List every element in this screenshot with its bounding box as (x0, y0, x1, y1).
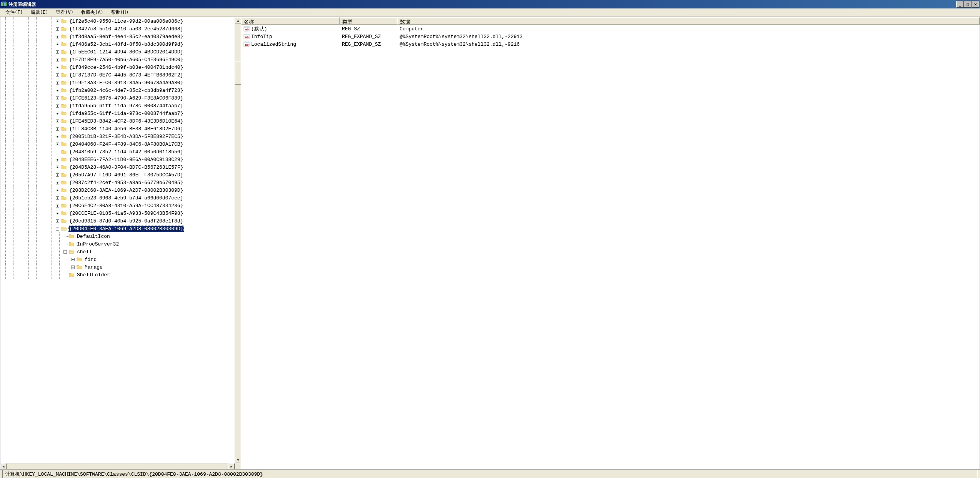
tree-item[interactable]: +{1fda955b-61ff-11da-978c-0008744faab7} (2, 102, 235, 110)
tree-item[interactable]: +Manage (2, 263, 235, 271)
tree-item[interactable]: +find (2, 256, 235, 263)
expand-button[interactable]: + (56, 104, 59, 108)
tree-item[interactable]: +{1FF84C3B-1140-4eb6-BE38-4BE618D2E7D6} (2, 125, 235, 133)
tree-item[interactable]: +{20b1cb23-6968-4eb9-b7d4-a66d00d07cee} (2, 194, 235, 202)
expand-button[interactable]: + (56, 27, 59, 31)
maximize-button[interactable]: □ (964, 1, 972, 8)
tree-item[interactable]: +{1FE45ED3-B842-4CF2-8DF6-43E3D6D10E64} (2, 117, 235, 125)
value-row[interactable]: LocalizedStringREG_EXPAND_SZ@%SystemRoot… (241, 40, 980, 48)
registry-tree[interactable]: +{1f2e5c40-9550-11ce-99d2-00aa006e086c}+… (0, 17, 235, 463)
tree-item[interactable]: +{20404060-F24F-4F89-84C6-8AF80B0A17CB} (2, 140, 235, 148)
tree-item[interactable]: +{1f3d8aa5-9ebf-4ee4-85c2-ea40379aede8} (2, 33, 235, 40)
expand-button[interactable]: + (56, 43, 59, 46)
expand-button[interactable]: + (56, 20, 59, 23)
scroll-down-button[interactable]: ▼ (235, 457, 241, 463)
tree-item[interactable]: +{20cd9315-87d0-40b4-b925-0a8f208e1f8d} (2, 217, 235, 225)
expand-button[interactable]: + (56, 66, 59, 69)
folder-icon (61, 65, 67, 70)
tree-item[interactable]: DefaultIcon (2, 232, 235, 240)
tree-item[interactable]: +{1FCE6123-B675-4790-A629-F3E8AC06F839} (2, 94, 235, 102)
tree-item-label: {208D2C60-3AEA-1069-A2D7-08002B30309D} (68, 187, 184, 194)
scroll-up-button[interactable]: ▲ (235, 17, 241, 23)
tree-item[interactable]: +{1fda955c-61ff-11da-978c-0008744faab7} (2, 110, 235, 117)
tree-item-label: {1FE45ED3-B842-4CF2-8DF6-43E3D6D10E64} (68, 118, 184, 124)
tree-item[interactable]: +{20CCEF1E-0185-41a5-A933-509C43B54F98} (2, 209, 235, 217)
tree-item[interactable]: +{20051D1B-321F-3E4D-A3DA-5FBE892F7EC5} (2, 133, 235, 140)
folder-icon (61, 157, 67, 162)
tree-item-label: Manage (84, 264, 103, 271)
tree-item-label: {2048EEE6-7FA2-11D0-9E6A-00A0C9138C29} (68, 156, 184, 163)
tree-item[interactable]: {204810b9-73b2-11d4-bf42-00b0d0118b56} (2, 148, 235, 156)
value-row[interactable]: InfoTipREG_EXPAND_SZ@%SystemRoot%\system… (241, 33, 980, 40)
scroll-right-button[interactable]: ▶ (228, 463, 235, 469)
tree-item-label: {1fb2a002-4c6c-4de7-85c2-cb8db9a4f728} (68, 87, 184, 94)
expand-button[interactable]: + (56, 89, 59, 92)
tree-item[interactable]: -{20D04FE0-3AEA-1069-A2D8-08002B30309D} (2, 225, 235, 232)
tree-item[interactable]: +{1F87137D-0E7C-44d5-8C73-4EFFB68962F2} (2, 71, 235, 79)
expand-button[interactable]: + (56, 127, 59, 131)
folder-icon (61, 172, 67, 178)
values-list[interactable]: (默认)REG_SZComputerInfoTipREG_EXPAND_SZ@%… (241, 25, 980, 469)
column-name[interactable]: 名称 (241, 17, 340, 25)
expand-button[interactable]: + (56, 219, 59, 223)
expand-button[interactable]: + (56, 166, 59, 169)
menu-favorites[interactable]: 收藏夹(A) (77, 8, 107, 17)
menu-file[interactable]: 文件(F) (2, 8, 27, 17)
expand-button[interactable]: + (56, 196, 59, 200)
tree-item[interactable]: +{1F9F18A3-EFC0-3913-84A5-90678A4A9A80} (2, 79, 235, 86)
scroll-thumb[interactable] (235, 61, 241, 85)
expand-button[interactable]: + (56, 158, 59, 161)
menu-edit[interactable]: 编辑(E) (27, 8, 52, 17)
collapse-button[interactable]: - (63, 250, 67, 254)
expand-button[interactable]: + (56, 173, 59, 177)
folder-icon (61, 180, 67, 185)
menu-help[interactable]: 帮助(H) (107, 8, 133, 17)
expand-button[interactable]: + (56, 120, 59, 123)
main-split: +{1f2e5c40-9550-11ce-99d2-00aa006e086c}+… (0, 17, 980, 470)
expand-button[interactable]: + (56, 143, 59, 146)
tree-item[interactable]: ShellFolder (2, 271, 235, 279)
expand-button[interactable]: + (56, 73, 59, 77)
expand-button[interactable]: + (56, 181, 59, 184)
tree-item[interactable]: +{1f486a52-3cb1-48fd-8f50-b8dc300d9f9d} (2, 40, 235, 48)
tree-item[interactable]: +{204D5A28-46A0-3F04-BD7C-B5672631E57F} (2, 163, 235, 171)
scroll-left-button[interactable]: ◀ (0, 463, 7, 469)
expand-button[interactable]: + (56, 112, 59, 115)
expand-button[interactable]: + (56, 212, 59, 215)
column-type[interactable]: 类型 (340, 17, 397, 25)
expand-button[interactable]: + (56, 81, 59, 85)
expand-button[interactable]: + (56, 35, 59, 38)
tree-item[interactable]: +{1fb2a002-4c6c-4de7-85c2-cb8db9a4f728} (2, 86, 235, 94)
tree-item[interactable]: InProcServer32 (2, 240, 235, 248)
expand-button[interactable]: + (56, 135, 59, 138)
minimize-button[interactable]: _ (956, 1, 964, 8)
tree-hscrollbar[interactable]: ◀ ▶ (0, 463, 235, 469)
close-button[interactable]: ✕ (972, 1, 979, 8)
tree-vscrollbar[interactable]: ▲ ▼ (235, 17, 241, 463)
expand-button[interactable]: + (71, 258, 75, 261)
tree-item[interactable]: +{1F7D1BE9-7A50-40b6-A605-C4F3696F49C0} (2, 56, 235, 63)
regedit-icon (1, 1, 7, 7)
value-row[interactable]: (默认)REG_SZComputer (241, 25, 980, 33)
collapse-button[interactable]: - (56, 227, 59, 231)
tree-item[interactable]: +{1f2e5c40-9550-11ce-99d2-00aa006e086c} (2, 17, 235, 25)
menubar: 文件(F) 编辑(E) 查看(V) 收藏夹(A) 帮助(H) (0, 8, 980, 17)
tree-item[interactable]: +{1f849cce-2546-4b9f-b03e-4004781bdc40} (2, 63, 235, 71)
tree-item[interactable]: +{2087c2f4-2cef-4953-a8ab-66779b670495} (2, 179, 235, 186)
tree-item[interactable]: +{20C6F4C2-80A8-4310-A59A-1CC487334236} (2, 202, 235, 209)
expand-button[interactable]: + (56, 50, 59, 54)
tree-item[interactable]: +{1f3427c8-5c10-4210-aa03-2ee45287d668} (2, 25, 235, 33)
tree-item[interactable]: -shell (2, 248, 235, 256)
expand-button[interactable]: + (71, 266, 75, 269)
column-data[interactable]: 数据 (397, 17, 980, 25)
expand-button[interactable]: + (56, 204, 59, 207)
expand-button[interactable]: + (56, 189, 59, 192)
expand-button[interactable]: + (56, 96, 59, 100)
menu-view[interactable]: 查看(V) (52, 8, 77, 17)
tree-item[interactable]: +{2048EEE6-7FA2-11D0-9E6A-00A0C9138C29} (2, 156, 235, 163)
tree-item[interactable]: +{205D7A97-F16D-4691-86EF-F3075DCCA57D} (2, 171, 235, 179)
tree-item[interactable]: +{208D2C60-3AEA-1069-A2D7-08002B30309D} (2, 186, 235, 194)
tree-item[interactable]: +{1F5EEC01-1214-4D94-80C5-4BDCD2014DDD} (2, 48, 235, 56)
expand-button[interactable]: + (56, 58, 59, 61)
folder-icon (61, 49, 67, 55)
